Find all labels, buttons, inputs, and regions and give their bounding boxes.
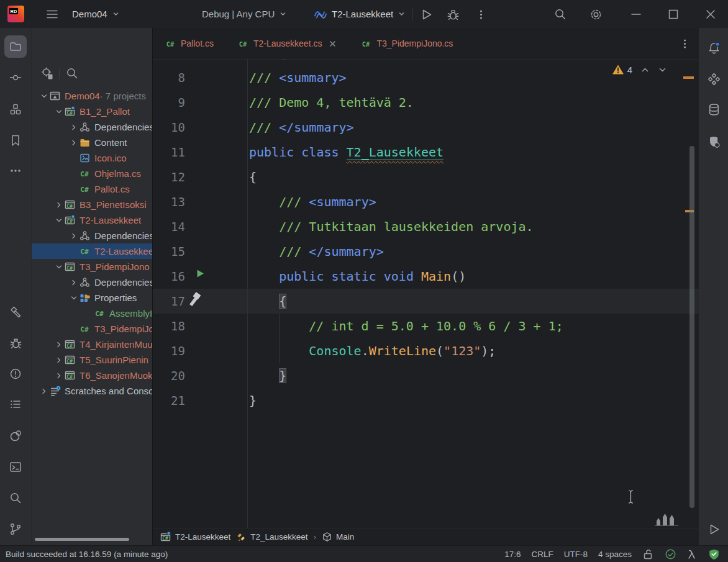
run-button[interactable]	[417, 6, 435, 22]
bookmarks-toolwindow-button[interactable]	[4, 129, 27, 152]
tree-item[interactable]: Properties	[32, 290, 153, 306]
build-toolwindow-button[interactable]	[4, 301, 27, 323]
breadcrumb-item[interactable]: Main	[322, 532, 354, 542]
solution-configuration-selector[interactable]: Debug | Any CPU	[202, 0, 287, 28]
chevron-down-icon[interactable]	[658, 65, 667, 75]
tree-item[interactable]: C#T2-Lausekkeet	[32, 212, 153, 228]
code-line[interactable]: 15 /// </summary>	[153, 239, 699, 264]
code-line[interactable]: 19 Console.WriteLine("123");	[153, 338, 699, 363]
indent-style[interactable]: 4 spaces	[598, 550, 632, 559]
database-toolwindow-button[interactable]	[703, 98, 725, 120]
code-editor[interactable]: 7/// @version 20208/// <summary>9/// Dem…	[153, 59, 699, 528]
git-toolwindow-button[interactable]	[4, 518, 27, 540]
code-line[interactable]: 12{	[153, 165, 699, 189]
code-line[interactable]: 16 public static void Main()	[153, 264, 699, 289]
search-everywhere-button[interactable]	[551, 6, 570, 23]
tree-item[interactable]: C#AssemblyInfo.cs	[32, 306, 153, 321]
check-circle-icon[interactable]	[665, 548, 676, 560]
settings-button[interactable]	[586, 6, 605, 23]
todo-toolwindow-button[interactable]	[4, 393, 27, 415]
chevron-right-icon[interactable]	[69, 278, 79, 288]
chevron-right-icon[interactable]	[54, 340, 64, 350]
chevron-right-icon[interactable]	[54, 371, 64, 381]
vertical-scrollbar[interactable]	[689, 146, 694, 508]
chevron-down-icon[interactable]	[54, 215, 64, 225]
tree-item[interactable]: Scratches and Consoles	[32, 383, 153, 399]
code-analysis-icon[interactable]	[687, 548, 698, 560]
problems-toolwindow-button[interactable]	[4, 363, 27, 385]
tree-item[interactable]: C#Pallot.cs	[32, 181, 153, 197]
chevron-down-icon[interactable]	[69, 293, 79, 303]
minimize-button[interactable]	[621, 0, 650, 28]
tree-item[interactable]: C#T4_KirjaintenMuut	[32, 337, 153, 352]
more-actions-button[interactable]	[472, 6, 489, 22]
main-menu-button[interactable]	[41, 5, 63, 24]
tab-options-button[interactable]	[677, 36, 692, 51]
chevron-right-icon[interactable]	[69, 231, 79, 241]
nuget-toolwindow-button[interactable]	[703, 68, 725, 90]
chevron-down-icon[interactable]	[54, 262, 64, 272]
tree-item[interactable]: Dependencies	[32, 274, 153, 290]
code-line[interactable]: 14 /// Tutkitaan lausekkeiden arvoja.	[153, 214, 699, 239]
terminal-toolwindow-button[interactable]	[4, 456, 27, 478]
chevron-down-icon[interactable]	[54, 107, 64, 117]
tree-item[interactable]: Dependencies	[32, 119, 153, 135]
code-line[interactable]: 11public class T2_Lausekkeet	[153, 140, 699, 165]
chevron-down-icon[interactable]	[39, 91, 49, 101]
line-separator[interactable]: CRLF	[531, 550, 553, 559]
code-line[interactable]: 20 }	[153, 363, 699, 388]
chevron-right-icon[interactable]	[69, 138, 79, 148]
build-status-message[interactable]: Build succeeded at 16.16.59 (a minute ag…	[6, 550, 168, 559]
code-line[interactable]: 21}	[153, 388, 699, 413]
inspections-widget[interactable]: 4	[612, 64, 667, 75]
chevron-right-icon[interactable]	[54, 200, 64, 210]
run-line-icon[interactable]	[195, 268, 206, 279]
debug-button[interactable]	[444, 6, 462, 22]
close-window-button[interactable]	[696, 0, 725, 28]
breadcrumb-item[interactable]: C#T2-Lausekkeet	[160, 531, 230, 543]
run-configuration-selector[interactable]: T2-Lausekkeet	[314, 0, 406, 28]
breadcrumb-item[interactable]: T2_Lausekkeet	[236, 532, 307, 542]
editor-tab[interactable]: C#T3_PidempiJono.cs	[348, 28, 465, 59]
project-toolwindow-button[interactable]	[4, 35, 27, 58]
file-encoding[interactable]: UTF-8	[564, 550, 588, 559]
chevron-right-icon[interactable]	[54, 355, 64, 365]
notifications-button[interactable]	[703, 37, 725, 59]
tree-item[interactable]: Dependencies	[32, 228, 153, 243]
solution-analysis-icon[interactable]	[708, 548, 720, 560]
chevron-right-icon[interactable]	[69, 122, 79, 132]
project-widget[interactable]: Demo04	[72, 0, 120, 28]
tree-item[interactable]: C#T5_SuurinPienin	[32, 352, 153, 368]
code-line[interactable]: 9/// Demo 4, tehtävä 2.	[153, 90, 699, 115]
locate-file-button[interactable]	[39, 65, 55, 81]
code-line[interactable]: 13 /// <summary>	[153, 189, 699, 214]
structure-toolwindow-button[interactable]	[4, 98, 27, 120]
maximize-button[interactable]	[658, 0, 688, 28]
tests-toolwindow-button[interactable]	[703, 130, 725, 153]
code-line[interactable]: 17 {	[153, 289, 699, 314]
close-icon[interactable]	[329, 40, 337, 48]
code-line[interactable]: 18 // int d = 5.0 + 10.0 % 6 / 3 + 1;	[153, 314, 699, 338]
tree-item[interactable]: C#T6_SanojenMuokk	[32, 368, 153, 383]
tree-item[interactable]: Icon.ico	[32, 150, 153, 166]
tree-item[interactable]: C#B3_PienetIsoksi	[32, 197, 153, 212]
horizontal-scrollbar[interactable]	[35, 538, 129, 541]
chevron-up-icon[interactable]	[640, 65, 650, 75]
tree-item[interactable]: C#T3_PidempiJono	[32, 259, 153, 274]
tree-search-button[interactable]	[64, 65, 80, 81]
unlock-icon[interactable]	[642, 548, 654, 560]
code-line[interactable]: 10/// </summary>	[153, 115, 699, 140]
commit-toolwindow-button[interactable]	[4, 66, 27, 89]
editor-tab[interactable]: C#T2-Lausekkeet.cs	[225, 28, 349, 59]
run-toolwindow-button[interactable]	[703, 518, 725, 540]
editor-tab[interactable]: C#Pallot.cs	[153, 28, 225, 59]
warning-stripe-mark[interactable]	[683, 76, 694, 79]
tree-item[interactable]: C#T2-Lausekkeet.cs	[32, 243, 153, 259]
tree-item[interactable]: C#T3_PidempiJono.cs	[32, 321, 153, 337]
chevron-right-icon[interactable]	[39, 386, 49, 396]
coverage-toolwindow-button[interactable]	[4, 425, 27, 447]
find-toolwindow-button[interactable]	[4, 487, 27, 509]
tree-item[interactable]: Content	[32, 135, 153, 150]
tree-item[interactable]: C#Ohjelma.cs	[32, 166, 153, 181]
debug-toolwindow-button[interactable]	[4, 332, 27, 354]
